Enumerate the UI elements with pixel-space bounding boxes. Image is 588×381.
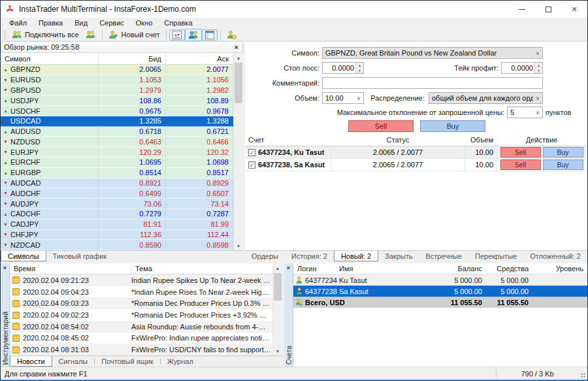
close-button[interactable]: × [561, 1, 587, 18]
checkbox-checked-icon[interactable]: ✓ [248, 149, 255, 156]
news-row[interactable]: 2020.02.04 08:54:02Asia Roundup: Aussie … [10, 321, 272, 333]
minimize-button[interactable] [509, 1, 535, 18]
column-status[interactable]: Статус [331, 134, 465, 146]
deviation-select[interactable]: 5 ∨ [507, 107, 543, 118]
column-equity[interactable]: Средства [486, 265, 532, 273]
scroll-down-icon[interactable]: ▼ [234, 241, 243, 250]
column-action[interactable]: Действие [497, 134, 587, 146]
tab-order-4[interactable]: Закрыть [378, 251, 419, 261]
tab-order-1[interactable]: Ордеры [245, 251, 285, 261]
scroll-up-icon[interactable]: ▲ [273, 263, 282, 273]
spin-up-icon[interactable]: ▲ [535, 63, 542, 68]
menu-item[interactable]: Окно [130, 18, 159, 28]
order-account-row[interactable]: ✓64377234, Ku Tasut2.0065 / 2.007710.00S… [246, 146, 587, 159]
accounts-toggle-button[interactable] [185, 29, 202, 41]
market-row[interactable]: ▼CHFJPY112.36112.44 [1, 230, 233, 240]
scroll-up-icon[interactable]: ▲ [234, 53, 243, 62]
column-balance[interactable]: Баланс [436, 265, 486, 273]
spin-down-icon[interactable]: ▼ [535, 68, 542, 73]
market-row[interactable]: ▲EURCHF1.06951.0698 [1, 157, 233, 168]
comment-input[interactable] [322, 77, 543, 89]
menu-item[interactable]: Сервис [93, 18, 130, 28]
sell-button[interactable]: Sell [348, 120, 414, 132]
market-row[interactable]: ▲EURGBP0.85140.8517 [1, 168, 233, 178]
market-row[interactable]: ▲USDCHF0.96750.9678 [1, 106, 233, 116]
menu-item[interactable]: Справка [158, 18, 198, 28]
news-row[interactable]: 2020.02.04 08:45:02FxWirePro: Indian rup… [10, 333, 272, 344]
scrollbar-thumb[interactable] [235, 63, 242, 103]
toolbar-grip[interactable] [4, 31, 6, 39]
column-login[interactable]: Логин [293, 265, 338, 273]
menu-item[interactable]: Файл [3, 18, 33, 28]
menu-item[interactable]: Правка [33, 18, 69, 28]
symbol-select[interactable]: GBPNZD, Great Britain Pound vs New Zeala… [322, 47, 543, 59]
stop-loss-input[interactable] [323, 63, 355, 73]
tab-market-watch-1[interactable]: Символы [1, 250, 46, 261]
news-row[interactable]: 2020.02.04 08:31:03FxWirePro: USD/CNY fa… [10, 344, 272, 356]
column-ask[interactable]: Аск [166, 53, 233, 64]
row-sell-button[interactable]: Sell [500, 159, 541, 170]
news-row[interactable]: 2020.02.04 09:03:23*Romania Dec Producer… [10, 297, 272, 309]
news-row[interactable]: 2020.02.04 09:02:23*Romania Dec Producer… [10, 309, 272, 321]
market-row[interactable]: ▼CADJPY81.9181.99 [1, 220, 233, 230]
tab-order-3[interactable]: Новый: 2 [334, 250, 378, 261]
new-account-button[interactable]: Новый счет [105, 29, 163, 41]
order-account-row[interactable]: ✓64377238, Sa Kasut2.0065 / 2.007710.00S… [246, 159, 587, 171]
buy-button[interactable]: Buy [420, 120, 485, 132]
market-watch-scrollbar[interactable]: ▲ ▼ [233, 53, 243, 250]
market-row[interactable]: ▼EURJPY120.29120.32 [1, 147, 233, 157]
toolbox-toggle-button[interactable] [202, 29, 218, 41]
tab-toolbox-4[interactable]: Журнал [161, 356, 200, 367]
tab-market-watch-2[interactable]: Тиковый график [46, 251, 114, 261]
market-row[interactable]: ▼AUDCHF0.64990.6507 [1, 188, 233, 199]
scrollbar-thumb[interactable] [274, 273, 282, 301]
spin-down-icon[interactable]: ▼ [356, 68, 363, 73]
tab-toolbox-2[interactable]: Сигналы [52, 356, 95, 367]
account-row[interactable]: 64377234Ku Tasut5 000.005 000.00 [293, 274, 587, 286]
row-buy-button[interactable]: Buy [543, 147, 583, 157]
market-row[interactable]: ▼EURUSD1.10531.1056 [1, 75, 233, 86]
row-buy-button[interactable]: Buy [543, 159, 583, 170]
account-row[interactable]: 64377238Sa Kasut5 000.005 000.00 [293, 286, 587, 297]
news-scrollbar[interactable]: ▲ ▼ [272, 263, 282, 356]
column-symbol[interactable]: Символ [1, 53, 99, 64]
news-row[interactable]: 2020.02.04 09:04:23*Indian Rupee Rises T… [10, 286, 272, 298]
tab-order-2[interactable]: История: 2 [285, 251, 334, 261]
toolbox-close-icon[interactable]: × [3, 265, 7, 271]
column-volume[interactable]: Объем [465, 134, 497, 146]
market-row[interactable]: ▲CADCHF0.72790.7287 [1, 209, 233, 220]
accounts-close-icon[interactable]: × [287, 265, 290, 271]
take-profit-input[interactable] [502, 63, 534, 73]
market-row[interactable]: ▲GBPNZD2.00652.0077 [1, 65, 233, 75]
distribution-select[interactable]: общий объем для каждого ордера ∨ [429, 92, 543, 104]
market-watch-close-icon[interactable]: × [233, 43, 240, 51]
column-name[interactable]: Имя [338, 265, 436, 273]
column-time[interactable]: Время [10, 263, 131, 274]
market-watch-toggle-button[interactable] [169, 29, 185, 41]
news-row[interactable]: 2020.02.04 09:21:23Indian Rupee Spikes U… [10, 274, 272, 286]
maximize-button[interactable] [535, 1, 561, 18]
market-row[interactable]: ▼USDCAD1.32851.3288 [1, 116, 233, 127]
column-level[interactable]: Уровень [532, 265, 587, 273]
tab-order-7[interactable]: Отложенный: 2 [523, 251, 587, 261]
column-topic[interactable]: Тема [131, 265, 272, 273]
market-row[interactable]: ▲AUDUSD0.67180.6721 [1, 127, 233, 137]
spin-up-icon[interactable]: ▲ [356, 63, 363, 68]
market-row[interactable]: ▲USDJPY108.86108.89 [1, 95, 233, 106]
menu-item[interactable]: Вид [69, 18, 93, 28]
market-row[interactable]: ▼NZDCAD0.85900.8598 [1, 240, 233, 250]
market-row[interactable]: ▼AUDCAD0.89210.8929 [1, 178, 233, 189]
column-bid[interactable]: Бид [99, 53, 166, 64]
tab-toolbox-3[interactable]: Почтовый ящик [95, 356, 159, 367]
tab-order-5[interactable]: Встречные [419, 251, 468, 261]
market-row[interactable]: ▼NZDUSD0.64630.6466 [1, 137, 233, 147]
resize-grip[interactable] [578, 367, 587, 380]
row-sell-button[interactable]: Sell [500, 147, 541, 157]
market-row[interactable]: ▼AUDJPY73.0673.14 [1, 199, 233, 209]
market-row[interactable]: ▼GBPUSD1.29791.2982 [1, 86, 233, 96]
checkbox-checked-icon[interactable]: ✓ [248, 161, 255, 169]
disconnect-all-button[interactable] [82, 29, 99, 41]
connect-all-button[interactable]: Подключить все [8, 29, 82, 41]
tab-toolbox-1[interactable]: Новости [10, 356, 52, 367]
tab-order-6[interactable]: Перекрытые [468, 251, 523, 261]
